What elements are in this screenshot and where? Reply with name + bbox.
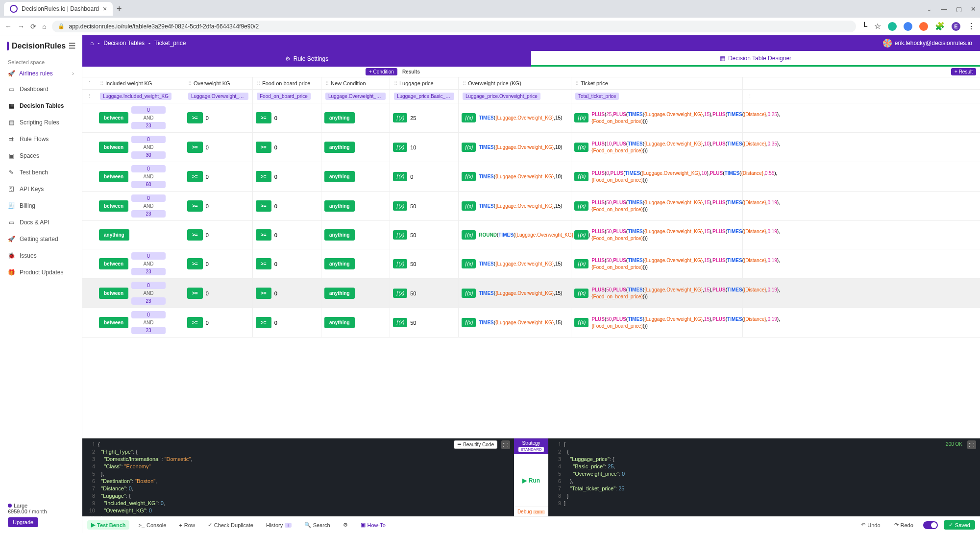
- cell-new-condition[interactable]: anything: [321, 133, 390, 162]
- howto-button[interactable]: ▣ How-To: [357, 520, 390, 530]
- crumb-2[interactable]: Ticket_price: [154, 40, 186, 47]
- add-condition-button[interactable]: + Condition: [366, 68, 397, 75]
- column-header[interactable]: ⠿New Condition: [321, 77, 390, 89]
- op-between[interactable]: between: [99, 112, 128, 123]
- output-editor[interactable]: 200 OK ⛶ 123456789 [ { "Luggage_price": …: [548, 438, 980, 516]
- sidebar-item-scripting-rules[interactable]: ▤Scripting Rules: [0, 114, 82, 131]
- cell-overweight[interactable]: >=0: [184, 279, 253, 308]
- crumb-1[interactable]: Decision Tables: [103, 40, 145, 47]
- sidebar-item-docs-&-api[interactable]: ▭Docs & API: [0, 214, 82, 231]
- cell-ticket-price[interactable]: ƒ(x)PLUS(10,PLUS(TIMES({Luggage.Overweig…: [571, 133, 743, 162]
- history-button[interactable]: History T: [262, 521, 295, 530]
- chevron-down-icon[interactable]: ⌄: [927, 5, 932, 13]
- op-between[interactable]: between: [99, 258, 128, 269]
- cell-luggage-price[interactable]: ƒ(x)25: [390, 103, 459, 132]
- upgrade-button[interactable]: Upgrade: [8, 517, 38, 527]
- column-variable[interactable]: Luggage_price.Overweight_price: [459, 90, 571, 103]
- op-between[interactable]: between: [99, 142, 128, 153]
- sidebar-item-billing[interactable]: 🧾Billing: [0, 197, 82, 214]
- debug-toggle[interactable]: Debug OFF: [514, 507, 548, 516]
- cell-overweight-price[interactable]: ƒ(x)TIMES({Luggage.Overweight_KG},15): [459, 279, 571, 308]
- cell-food-price[interactable]: >=0: [253, 221, 321, 249]
- sidebar-item-decision-tables[interactable]: ▦Decision Tables: [0, 97, 82, 114]
- column-variable[interactable]: Luggage.Included_weight_KG: [96, 90, 184, 103]
- cell-included-weight[interactable]: between 0 AND 23: [96, 279, 184, 308]
- cell-overweight-price[interactable]: ƒ(x)TIMES({Luggage.Overweight_KG},15): [459, 308, 571, 337]
- cell-ticket-price[interactable]: ƒ(x)PLUS(50,PLUS(TIMES({Luggage.Overweig…: [571, 308, 743, 337]
- row-menu-icon[interactable]: ⋮: [82, 90, 96, 103]
- range-from[interactable]: 0: [131, 165, 166, 172]
- table-row[interactable]: between 0 AND 23 >=0 >=0 anything ƒ(x)50…: [82, 308, 980, 338]
- table-row[interactable]: between 0 AND 23 >=0 >=0 anything ƒ(x)50…: [82, 192, 980, 221]
- user-box[interactable]: erik.lehocky@decisionrules.io: [883, 39, 972, 48]
- range-to[interactable]: 60: [131, 181, 166, 188]
- column-header[interactable]: ⠿Food on board price: [253, 77, 321, 89]
- cell-new-condition[interactable]: anything: [321, 249, 390, 278]
- expand-icon[interactable]: ⛶: [967, 440, 976, 449]
- column-header[interactable]: ⠿Luggage price: [390, 77, 459, 89]
- space-selector[interactable]: 🚀 Airlines rules ›: [0, 66, 82, 81]
- cell-included-weight[interactable]: between 0 AND 30: [96, 133, 184, 162]
- cell-luggage-price[interactable]: ƒ(x)50: [390, 249, 459, 278]
- home-icon[interactable]: ⌂: [42, 23, 46, 30]
- sidebar-item-spaces[interactable]: ▣Spaces: [0, 147, 82, 164]
- column-header[interactable]: ⠿Ticket price: [571, 77, 743, 89]
- profile-avatar[interactable]: E: [952, 22, 960, 31]
- range-from[interactable]: 0: [131, 136, 166, 143]
- maximize-icon[interactable]: ▢: [956, 5, 962, 13]
- column-variable[interactable]: Luggage.Overweight_KG: [184, 90, 253, 103]
- sidebar-item-rule-flows[interactable]: ⇉Rule Flows: [0, 131, 82, 147]
- range-from[interactable]: 0: [131, 282, 166, 289]
- row-menu-icon[interactable]: [82, 221, 96, 249]
- row-menu-icon[interactable]: [82, 192, 96, 220]
- range-to[interactable]: 23: [131, 327, 166, 334]
- settings-button[interactable]: ⚙: [339, 520, 352, 530]
- row-menu-icon[interactable]: ⋮: [82, 77, 96, 89]
- app-logo[interactable]: DecisionRules ☰: [0, 35, 82, 56]
- row-menu-icon[interactable]: [82, 249, 96, 278]
- expand-icon[interactable]: ⛶: [501, 440, 510, 449]
- op-between[interactable]: between: [99, 317, 128, 328]
- cell-new-condition[interactable]: anything: [321, 162, 390, 191]
- check-duplicate-button[interactable]: ✓ Check Duplicate: [204, 520, 257, 530]
- redo-button[interactable]: ↷ Redo: [890, 520, 917, 530]
- cell-new-condition[interactable]: anything: [321, 192, 390, 220]
- close-tab-icon[interactable]: ×: [103, 5, 107, 13]
- sidebar-item-test-bench[interactable]: ✎Test bench: [0, 164, 82, 181]
- cell-overweight-price[interactable]: ƒ(x)TIMES({Luggage.Overweight_KG},15): [459, 192, 571, 220]
- run-button[interactable]: ▶ Run: [514, 454, 548, 507]
- cell-food-price[interactable]: >=0: [253, 249, 321, 278]
- drag-icon[interactable]: ⠿: [394, 81, 397, 86]
- browser-tab[interactable]: DecisionRules.io | Dashboard ×: [4, 2, 113, 16]
- close-window-icon[interactable]: ✕: [971, 5, 976, 13]
- ext-icon-2[interactable]: [904, 22, 912, 31]
- cell-new-condition[interactable]: anything: [321, 221, 390, 249]
- sidebar-item-getting-started[interactable]: 🚀Getting started: [0, 231, 82, 247]
- cell-luggage-price[interactable]: ƒ(x)50: [390, 279, 459, 308]
- cell-ticket-price[interactable]: ƒ(x)PLUS(0,PLUS(TIMES({Luggage.Overweigh…: [571, 162, 743, 191]
- cell-overweight[interactable]: >=0: [184, 162, 253, 191]
- home-icon[interactable]: ⌂: [90, 40, 94, 47]
- table-row[interactable]: between 0 AND 30 >=0 >=0 anything ƒ(x)10…: [82, 133, 980, 162]
- cell-food-price[interactable]: >=0: [253, 103, 321, 132]
- op-anything[interactable]: anything: [99, 229, 129, 241]
- cell-overweight[interactable]: >=0: [184, 133, 253, 162]
- cell-new-condition[interactable]: anything: [321, 308, 390, 337]
- sidebar-item-issues[interactable]: 🐞Issues: [0, 247, 82, 264]
- cell-overweight[interactable]: >=0: [184, 221, 253, 249]
- range-to[interactable]: 23: [131, 210, 166, 218]
- table-row[interactable]: anything >=0 >=0 anything ƒ(x)50 ƒ(x)ROU…: [82, 221, 980, 249]
- range-from[interactable]: 0: [131, 311, 166, 318]
- cell-ticket-price[interactable]: ƒ(x)PLUS(50,PLUS(TIMES({Luggage.Overweig…: [571, 221, 743, 249]
- cell-included-weight[interactable]: between 0 AND 23: [96, 103, 184, 132]
- cell-food-price[interactable]: >=0: [253, 308, 321, 337]
- ext-icon-3[interactable]: [919, 22, 928, 31]
- cell-food-price[interactable]: >=0: [253, 279, 321, 308]
- cell-ticket-price[interactable]: ƒ(x)PLUS(25,PLUS(TIMES({Luggage.Overweig…: [571, 103, 743, 132]
- saved-indicator[interactable]: ✓ Saved: [944, 520, 975, 530]
- new-tab-icon[interactable]: +: [117, 4, 122, 14]
- undo-button[interactable]: ↶ Undo: [857, 520, 884, 530]
- url-input[interactable]: 🔒 app.decisionrules.io/rule/table/e3a29e…: [52, 21, 856, 32]
- ext-icon-1[interactable]: [888, 22, 897, 31]
- autosave-toggle[interactable]: [923, 521, 938, 529]
